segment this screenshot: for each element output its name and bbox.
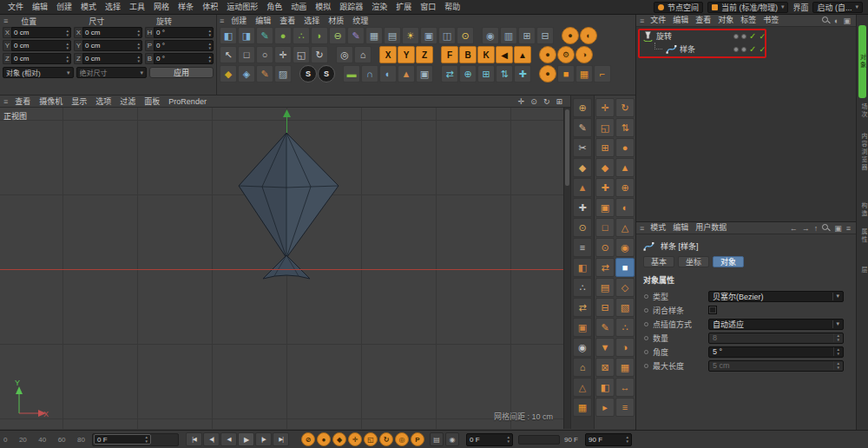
modeling-tool-icon[interactable]: ✚ [595,178,615,197]
autokey-button[interactable]: ● [317,432,331,446]
end-frame-field[interactable]: 90 F ▴▾ [585,433,632,446]
stepper-icon[interactable]: ▴▾ [208,55,211,63]
preview-range-track[interactable] [518,435,560,445]
stepper-icon[interactable]: ▴▾ [627,435,629,444]
scale-tool-icon[interactable]: ◱ [293,46,310,63]
layout-preset-select[interactable]: 启动 (自... ▾ [812,2,863,13]
sphere-tool-icon[interactable]: ● [274,27,292,44]
material-menu-item[interactable]: 查看 [275,14,299,28]
window-split-icon[interactable]: ⊟ [536,27,554,44]
timeline-slider[interactable]: 0 F ▴▾ [92,433,179,446]
x-axis-lock-button[interactable]: X [379,46,397,63]
coord-field-input[interactable]: 0 cm▴▾ [82,27,142,38]
side-tab-bottom-2[interactable]: 层 [859,267,868,274]
side-tab-bottom-1[interactable]: 属性 [859,228,868,244]
stepper-icon[interactable]: ▴▾ [145,435,148,444]
gem-icon[interactable]: ◆ [573,158,592,177]
stepper-icon[interactable]: ▴▾ [833,361,839,370]
panel-menu-icon[interactable]: ≡ [3,97,8,106]
spline-pen-icon[interactable]: ✎ [347,27,365,44]
menubar-item[interactable]: 选择 [101,0,125,14]
render-region-button[interactable]: ◐ [580,27,597,44]
modeling-tool-icon[interactable]: ⇅ [615,118,635,137]
lathe-object-mesh[interactable] [239,133,339,279]
stepper-icon[interactable]: ▴▾ [507,435,510,444]
material-menu-item[interactable]: 选择 [299,14,324,28]
history-forward-icon[interactable]: → [802,224,810,233]
menubar-item[interactable]: 渲染 [367,0,391,14]
axis-home-icon[interactable]: ⌂ [573,358,592,377]
material-menu-item[interactable]: 材质 [324,14,348,28]
panel-menu-icon[interactable]: ≡ [846,224,851,233]
zoom-view-icon[interactable]: ⊙ [530,97,537,106]
modeling-tool-icon[interactable]: □ [595,218,615,237]
stepper-icon[interactable]: ▴▾ [66,55,69,63]
editor-visibility-dot[interactable] [733,47,739,52]
viewport-menu-item[interactable]: 查看 [10,95,35,109]
node-space-button[interactable]: 节点空间 [654,2,703,13]
stage-icon[interactable]: ▲ [398,65,415,82]
menubar-item[interactable]: 角色 [262,0,286,14]
modeling-tool-icon[interactable]: ↔ [615,378,635,397]
side-tab-2[interactable]: 内容浏览器 [859,133,868,172]
render-visibility-dot[interactable] [741,47,746,52]
paint-icon[interactable]: ✎ [256,65,273,82]
prev-frame-button[interactable]: ◀ [220,432,237,446]
menubar-item[interactable]: 动画 [286,0,311,14]
layers-icon[interactable]: ≡ [573,238,592,257]
add-cube-icon[interactable]: ◧ [220,27,237,44]
current-frame-field[interactable]: 0 F ▴▾ [466,433,513,446]
next-frame-button[interactable]: |▶ [255,432,272,446]
target-light-icon[interactable]: ⊙ [457,27,474,44]
corner-orange-icon[interactable]: ⌐ [594,65,611,82]
keyframe-selection-button[interactable]: ◆ [332,432,346,446]
pill-tool-icon[interactable]: ⊖ [329,27,346,44]
object-manager-menu-item[interactable]: 书签 [760,15,782,26]
attributes-menu-item[interactable]: 模式 [647,222,669,234]
panel-menu-icon[interactable]: ≡ [640,16,644,25]
shader-ball-icon[interactable]: ◈ [238,65,255,82]
capsule-tool-icon[interactable]: ◗ [311,27,328,44]
stepper-icon[interactable]: ▴▾ [208,29,211,37]
tab-attr[interactable]: 坐标 [678,256,709,267]
viewport-canvas[interactable]: Y X 正视图 网格间距 : 10 cm [0,108,563,429]
triangle-icon[interactable]: △ [573,378,592,397]
box-select-icon[interactable]: □ [238,46,255,63]
render-active-button[interactable]: ● [539,46,556,63]
panel-menu-icon[interactable]: ≡ [640,224,644,233]
viewport-scrollbar[interactable] [563,108,570,429]
add-generator-icon[interactable]: ✚ [514,65,531,82]
history-back-icon[interactable]: ← [790,224,798,233]
menubar-item[interactable]: 样条 [174,0,198,14]
viewport-menu-item[interactable]: 面板 [140,95,164,109]
modeling-tool-icon[interactable]: ⊙ [595,238,615,257]
render-visibility-dot[interactable] [741,34,746,39]
uv-grid-icon[interactable]: ▨ [274,65,292,82]
viewport-menu-item[interactable]: 显示 [67,95,91,109]
viewport-menu-item[interactable]: 摄像机 [35,95,67,109]
object-name[interactable]: 样条 [680,43,695,55]
coord-field-input[interactable]: 0 °▴▾ [154,40,214,51]
object-manager-menu-item[interactable]: 编辑 [669,15,692,26]
knife-icon[interactable]: ✂ [573,138,592,157]
menubar-item[interactable]: 帮助 [440,0,464,14]
half-shade-icon[interactable]: ◧ [573,258,592,277]
coord-field-input[interactable]: 0 cm▴▾ [82,53,142,64]
stepper-icon[interactable]: ▴▾ [208,42,211,50]
side-tab-3[interactable]: 构造 [859,202,868,218]
record-parameter-button[interactable]: ◎ [395,432,409,446]
apply-button[interactable]: 应用 [149,67,214,78]
render-queue-button[interactable]: ◑ [575,46,593,63]
modeling-tool-icon[interactable]: ▦ [615,358,635,377]
timeline-scrubber[interactable]: 0 F ▴▾ [94,434,151,445]
lock-icon[interactable]: ▣ [834,224,842,233]
rotate-view-icon[interactable]: ↻ [543,97,550,106]
modeling-tool-icon[interactable]: ⇄ [595,258,615,277]
floor-icon[interactable]: ▬ [343,65,360,82]
modeling-tool-icon[interactable]: ◱ [595,118,615,137]
monitor-icon[interactable]: ◫ [438,27,456,44]
camera-tool-icon[interactable]: ▣ [416,65,433,82]
modeling-tool-icon[interactable]: ⊠ [595,358,615,377]
record-scale-button[interactable]: ◱ [364,432,378,446]
stepper-icon[interactable]: ▴▾ [137,42,140,50]
